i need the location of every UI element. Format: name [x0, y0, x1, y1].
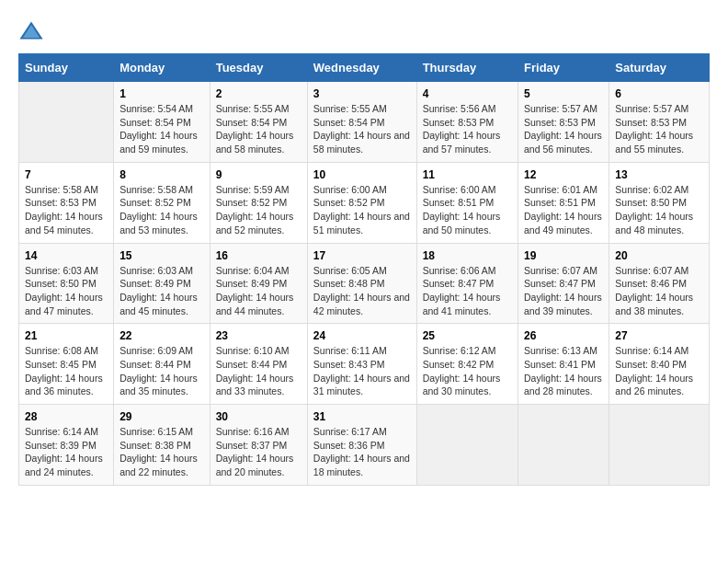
day-info: Sunrise: 5:55 AMSunset: 8:54 PMDaylight:… [313, 102, 411, 156]
day-info: Sunrise: 5:58 AMSunset: 8:53 PMDaylight:… [25, 183, 108, 237]
header-cell-friday: Friday [518, 54, 609, 82]
day-info: Sunrise: 6:16 AMSunset: 8:37 PMDaylight:… [216, 425, 301, 479]
calendar-cell: 19Sunrise: 6:07 AMSunset: 8:47 PMDayligh… [518, 243, 609, 324]
day-info: Sunrise: 6:14 AMSunset: 8:40 PMDaylight:… [615, 344, 703, 398]
day-info: Sunrise: 6:03 AMSunset: 8:49 PMDaylight:… [119, 264, 204, 318]
calendar-cell: 11Sunrise: 6:00 AMSunset: 8:51 PMDayligh… [416, 162, 518, 243]
header-row: SundayMondayTuesdayWednesdayThursdayFrid… [19, 54, 710, 82]
calendar-body: 1Sunrise: 5:54 AMSunset: 8:54 PMDaylight… [19, 82, 710, 486]
day-info: Sunrise: 6:08 AMSunset: 8:45 PMDaylight:… [25, 344, 108, 398]
day-number: 14 [25, 249, 108, 262]
day-number: 9 [216, 168, 301, 181]
day-info: Sunrise: 6:00 AMSunset: 8:51 PMDaylight:… [423, 183, 512, 237]
calendar-cell: 25Sunrise: 6:12 AMSunset: 8:42 PMDayligh… [416, 324, 518, 405]
day-number: 5 [524, 87, 603, 100]
day-number: 18 [423, 249, 512, 262]
day-number: 31 [313, 410, 411, 423]
day-info: Sunrise: 6:06 AMSunset: 8:47 PMDaylight:… [423, 264, 512, 318]
calendar-row-1: 7Sunrise: 5:58 AMSunset: 8:53 PMDaylight… [19, 162, 710, 243]
header-cell-thursday: Thursday [416, 54, 518, 82]
day-number: 29 [119, 410, 204, 423]
logo [18, 18, 48, 44]
calendar-cell: 29Sunrise: 6:15 AMSunset: 8:38 PMDayligh… [114, 405, 210, 486]
day-number: 27 [615, 329, 703, 342]
day-info: Sunrise: 5:56 AMSunset: 8:53 PMDaylight:… [423, 102, 512, 156]
calendar-cell: 10Sunrise: 6:00 AMSunset: 8:52 PMDayligh… [307, 162, 416, 243]
day-info: Sunrise: 6:07 AMSunset: 8:47 PMDaylight:… [524, 264, 603, 318]
header-cell-monday: Monday [114, 54, 210, 82]
day-number: 10 [313, 168, 411, 181]
day-info: Sunrise: 6:07 AMSunset: 8:46 PMDaylight:… [615, 264, 703, 318]
calendar-cell [518, 405, 609, 486]
calendar-cell: 18Sunrise: 6:06 AMSunset: 8:47 PMDayligh… [416, 243, 518, 324]
calendar-cell: 1Sunrise: 5:54 AMSunset: 8:54 PMDaylight… [114, 82, 210, 163]
day-info: Sunrise: 6:11 AMSunset: 8:43 PMDaylight:… [313, 344, 411, 398]
day-number: 19 [524, 249, 603, 262]
day-number: 26 [524, 329, 603, 342]
calendar-cell [609, 405, 710, 486]
calendar-cell [416, 405, 518, 486]
calendar-cell: 7Sunrise: 5:58 AMSunset: 8:53 PMDaylight… [19, 162, 114, 243]
calendar-cell [19, 82, 114, 163]
calendar-cell: 20Sunrise: 6:07 AMSunset: 8:46 PMDayligh… [609, 243, 710, 324]
calendar-cell: 17Sunrise: 6:05 AMSunset: 8:48 PMDayligh… [307, 243, 416, 324]
calendar-cell: 8Sunrise: 5:58 AMSunset: 8:52 PMDaylight… [114, 162, 210, 243]
calendar-table: SundayMondayTuesdayWednesdayThursdayFrid… [18, 53, 710, 486]
calendar-cell: 21Sunrise: 6:08 AMSunset: 8:45 PMDayligh… [19, 324, 114, 405]
day-number: 17 [313, 249, 411, 262]
calendar-cell: 9Sunrise: 5:59 AMSunset: 8:52 PMDaylight… [210, 162, 307, 243]
calendar-cell: 28Sunrise: 6:14 AMSunset: 8:39 PMDayligh… [19, 405, 114, 486]
calendar-cell: 15Sunrise: 6:03 AMSunset: 8:49 PMDayligh… [114, 243, 210, 324]
day-info: Sunrise: 6:03 AMSunset: 8:50 PMDaylight:… [25, 264, 108, 318]
calendar-cell: 22Sunrise: 6:09 AMSunset: 8:44 PMDayligh… [114, 324, 210, 405]
calendar-row-2: 14Sunrise: 6:03 AMSunset: 8:50 PMDayligh… [19, 243, 710, 324]
day-info: Sunrise: 5:54 AMSunset: 8:54 PMDaylight:… [119, 102, 204, 156]
calendar-cell: 12Sunrise: 6:01 AMSunset: 8:51 PMDayligh… [518, 162, 609, 243]
day-info: Sunrise: 6:10 AMSunset: 8:44 PMDaylight:… [216, 344, 301, 398]
day-info: Sunrise: 6:01 AMSunset: 8:51 PMDaylight:… [524, 183, 603, 237]
calendar-cell: 24Sunrise: 6:11 AMSunset: 8:43 PMDayligh… [307, 324, 416, 405]
header-cell-sunday: Sunday [19, 54, 114, 82]
day-info: Sunrise: 6:17 AMSunset: 8:36 PMDaylight:… [313, 425, 411, 479]
day-info: Sunrise: 5:58 AMSunset: 8:52 PMDaylight:… [119, 183, 204, 237]
calendar-cell: 16Sunrise: 6:04 AMSunset: 8:49 PMDayligh… [210, 243, 307, 324]
header-cell-tuesday: Tuesday [210, 54, 307, 82]
day-number: 21 [25, 329, 108, 342]
calendar-row-0: 1Sunrise: 5:54 AMSunset: 8:54 PMDaylight… [19, 82, 710, 163]
calendar-cell: 4Sunrise: 5:56 AMSunset: 8:53 PMDaylight… [416, 82, 518, 163]
day-number: 12 [524, 168, 603, 181]
day-number: 13 [615, 168, 703, 181]
day-info: Sunrise: 6:13 AMSunset: 8:41 PMDaylight:… [524, 344, 603, 398]
day-number: 4 [423, 87, 512, 100]
day-number: 1 [119, 87, 204, 100]
day-info: Sunrise: 5:59 AMSunset: 8:52 PMDaylight:… [216, 183, 301, 237]
calendar-row-3: 21Sunrise: 6:08 AMSunset: 8:45 PMDayligh… [19, 324, 710, 405]
header-cell-saturday: Saturday [609, 54, 710, 82]
day-number: 25 [423, 329, 512, 342]
day-number: 8 [119, 168, 204, 181]
calendar-cell: 23Sunrise: 6:10 AMSunset: 8:44 PMDayligh… [210, 324, 307, 405]
day-info: Sunrise: 6:04 AMSunset: 8:49 PMDaylight:… [216, 264, 301, 318]
calendar-cell: 26Sunrise: 6:13 AMSunset: 8:41 PMDayligh… [518, 324, 609, 405]
day-number: 22 [119, 329, 204, 342]
calendar-header: SundayMondayTuesdayWednesdayThursdayFrid… [19, 54, 710, 82]
day-number: 30 [216, 410, 301, 423]
calendar-cell: 6Sunrise: 5:57 AMSunset: 8:53 PMDaylight… [609, 82, 710, 163]
day-info: Sunrise: 6:00 AMSunset: 8:52 PMDaylight:… [313, 183, 411, 237]
day-info: Sunrise: 6:12 AMSunset: 8:42 PMDaylight:… [423, 344, 512, 398]
day-info: Sunrise: 5:57 AMSunset: 8:53 PMDaylight:… [524, 102, 603, 156]
day-info: Sunrise: 6:02 AMSunset: 8:50 PMDaylight:… [615, 183, 703, 237]
day-number: 16 [216, 249, 301, 262]
day-number: 15 [119, 249, 204, 262]
calendar-cell: 2Sunrise: 5:55 AMSunset: 8:54 PMDaylight… [210, 82, 307, 163]
calendar-cell: 31Sunrise: 6:17 AMSunset: 8:36 PMDayligh… [307, 405, 416, 486]
day-number: 2 [216, 87, 301, 100]
day-number: 6 [615, 87, 703, 100]
calendar-cell: 3Sunrise: 5:55 AMSunset: 8:54 PMDaylight… [307, 82, 416, 163]
calendar-cell: 27Sunrise: 6:14 AMSunset: 8:40 PMDayligh… [609, 324, 710, 405]
day-info: Sunrise: 6:09 AMSunset: 8:44 PMDaylight:… [119, 344, 204, 398]
day-info: Sunrise: 5:55 AMSunset: 8:54 PMDaylight:… [216, 102, 301, 156]
page-header [18, 18, 710, 44]
day-number: 24 [313, 329, 411, 342]
calendar-cell: 14Sunrise: 6:03 AMSunset: 8:50 PMDayligh… [19, 243, 114, 324]
